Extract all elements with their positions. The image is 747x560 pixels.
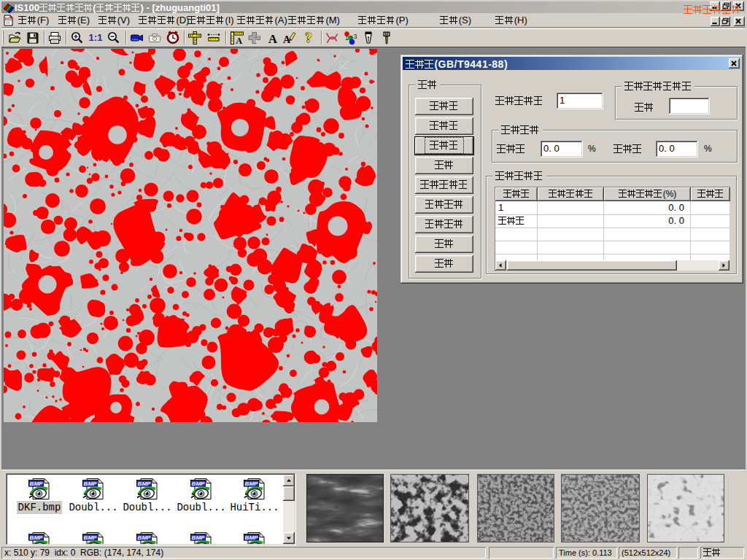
svg-text:BMP: BMP [245, 534, 258, 541]
svg-text:BMP: BMP [30, 481, 43, 487]
svg-text:BMP: BMP [30, 534, 43, 541]
svg-text:DOC: DOC [5, 17, 14, 21]
svg-text:?: ? [305, 31, 312, 45]
svg-text:BMP: BMP [138, 481, 151, 487]
svg-text:BMP: BMP [84, 534, 97, 541]
svg-text:BMP: BMP [192, 534, 205, 541]
svg-text:A: A [268, 32, 278, 46]
svg-text:3: 3 [354, 33, 357, 40]
svg-text:1:1: 1:1 [89, 32, 103, 43]
svg-text:BMP: BMP [84, 481, 97, 487]
svg-text:BMP: BMP [245, 481, 258, 487]
svg-text:A: A [236, 36, 242, 45]
svg-text:BMP: BMP [192, 481, 205, 487]
svg-text:BMP: BMP [138, 534, 151, 541]
